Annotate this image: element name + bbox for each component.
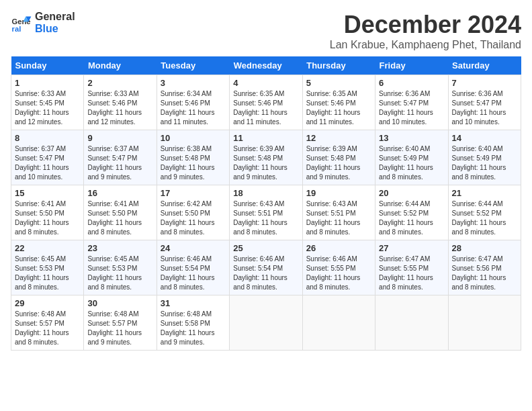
- day-info: Sunrise: 6:40 AM Sunset: 5:49 PM Dayligh…: [379, 144, 444, 182]
- day-number: 16: [87, 188, 152, 198]
- calendar-cell: [375, 295, 448, 351]
- day-info: Sunrise: 6:43 AM Sunset: 5:51 PM Dayligh…: [233, 199, 298, 237]
- day-info: Sunrise: 6:33 AM Sunset: 5:46 PM Dayligh…: [87, 89, 152, 127]
- header-tuesday: Tuesday: [157, 56, 229, 75]
- calendar-cell: 9Sunrise: 6:37 AM Sunset: 5:47 PM Daylig…: [84, 130, 157, 185]
- day-info: Sunrise: 6:38 AM Sunset: 5:48 PM Dayligh…: [161, 144, 226, 182]
- calendar-cell: 13Sunrise: 6:40 AM Sunset: 5:49 PM Dayli…: [375, 130, 448, 185]
- day-number: 26: [306, 243, 371, 253]
- calendar-cell: 19Sunrise: 6:43 AM Sunset: 5:51 PM Dayli…: [302, 185, 375, 240]
- day-number: 19: [306, 188, 371, 198]
- day-number: 11: [233, 133, 298, 143]
- day-number: 2: [87, 78, 152, 88]
- day-number: 15: [15, 188, 80, 198]
- day-number: 27: [379, 243, 444, 253]
- calendar-cell: 29Sunrise: 6:48 AM Sunset: 5:57 PM Dayli…: [11, 295, 84, 351]
- day-number: 23: [87, 243, 152, 253]
- day-info: Sunrise: 6:39 AM Sunset: 5:48 PM Dayligh…: [306, 144, 371, 182]
- logo-text: General Blue: [35, 11, 75, 34]
- logo: Gene ral General Blue: [11, 11, 75, 34]
- day-number: 5: [306, 78, 371, 88]
- day-info: Sunrise: 6:47 AM Sunset: 5:55 PM Dayligh…: [379, 255, 444, 292]
- day-info: Sunrise: 6:35 AM Sunset: 5:46 PM Dayligh…: [306, 89, 371, 127]
- calendar-week-4: 22Sunrise: 6:45 AM Sunset: 5:53 PM Dayli…: [11, 240, 521, 295]
- day-info: Sunrise: 6:46 AM Sunset: 5:55 PM Dayligh…: [306, 255, 371, 292]
- calendar-cell: 8Sunrise: 6:37 AM Sunset: 5:47 PM Daylig…: [11, 130, 84, 185]
- day-number: 17: [161, 188, 226, 198]
- day-info: Sunrise: 6:48 AM Sunset: 5:57 PM Dayligh…: [87, 310, 152, 347]
- calendar-week-1: 1Sunrise: 6:33 AM Sunset: 5:45 PM Daylig…: [11, 75, 521, 130]
- header-thursday: Thursday: [302, 56, 375, 75]
- day-info: Sunrise: 6:39 AM Sunset: 5:48 PM Dayligh…: [233, 144, 298, 182]
- day-number: 4: [233, 78, 298, 88]
- calendar-cell: 3Sunrise: 6:34 AM Sunset: 5:46 PM Daylig…: [157, 75, 229, 130]
- header-wednesday: Wednesday: [230, 56, 302, 75]
- calendar-cell: 4Sunrise: 6:35 AM Sunset: 5:46 PM Daylig…: [230, 75, 302, 130]
- day-number: 28: [452, 243, 517, 253]
- logo-blue: Blue: [35, 23, 75, 35]
- day-number: 10: [161, 133, 226, 143]
- calendar-table: Sunday Monday Tuesday Wednesday Thursday…: [11, 56, 521, 351]
- logo-general: General: [35, 11, 75, 23]
- day-info: Sunrise: 6:41 AM Sunset: 5:50 PM Dayligh…: [87, 199, 152, 237]
- calendar-cell: 23Sunrise: 6:45 AM Sunset: 5:53 PM Dayli…: [84, 240, 157, 295]
- calendar-week-2: 8Sunrise: 6:37 AM Sunset: 5:47 PM Daylig…: [11, 130, 521, 185]
- calendar-cell: 28Sunrise: 6:47 AM Sunset: 5:56 PM Dayli…: [448, 240, 521, 295]
- day-number: 25: [233, 243, 298, 253]
- calendar-week-5: 29Sunrise: 6:48 AM Sunset: 5:57 PM Dayli…: [11, 295, 521, 351]
- day-info: Sunrise: 6:44 AM Sunset: 5:52 PM Dayligh…: [452, 199, 517, 237]
- day-info: Sunrise: 6:43 AM Sunset: 5:51 PM Dayligh…: [306, 199, 371, 237]
- calendar-cell: 5Sunrise: 6:35 AM Sunset: 5:46 PM Daylig…: [302, 75, 375, 130]
- svg-text:ral: ral: [12, 24, 21, 32]
- day-info: Sunrise: 6:36 AM Sunset: 5:47 PM Dayligh…: [452, 89, 517, 127]
- calendar-cell: 27Sunrise: 6:47 AM Sunset: 5:55 PM Dayli…: [375, 240, 448, 295]
- day-number: 12: [306, 133, 371, 143]
- day-info: Sunrise: 6:45 AM Sunset: 5:53 PM Dayligh…: [87, 255, 152, 292]
- day-info: Sunrise: 6:34 AM Sunset: 5:46 PM Dayligh…: [161, 89, 226, 127]
- calendar-cell: 15Sunrise: 6:41 AM Sunset: 5:50 PM Dayli…: [11, 185, 84, 240]
- day-number: 6: [379, 78, 444, 88]
- day-info: Sunrise: 6:37 AM Sunset: 5:47 PM Dayligh…: [87, 144, 152, 182]
- calendar-cell: 16Sunrise: 6:41 AM Sunset: 5:50 PM Dayli…: [84, 185, 157, 240]
- day-info: Sunrise: 6:41 AM Sunset: 5:50 PM Dayligh…: [15, 199, 80, 237]
- header-friday: Friday: [375, 56, 448, 75]
- calendar-cell: [302, 295, 375, 351]
- calendar-cell: [448, 295, 521, 351]
- month-title: December 2024: [330, 11, 521, 39]
- day-info: Sunrise: 6:33 AM Sunset: 5:45 PM Dayligh…: [15, 89, 80, 127]
- day-number: 29: [15, 298, 80, 308]
- page-header: Gene ral General Blue December 2024 Lan …: [11, 11, 521, 51]
- calendar-cell: 18Sunrise: 6:43 AM Sunset: 5:51 PM Dayli…: [230, 185, 302, 240]
- day-number: 13: [379, 133, 444, 143]
- calendar-cell: 26Sunrise: 6:46 AM Sunset: 5:55 PM Dayli…: [302, 240, 375, 295]
- day-number: 21: [452, 188, 517, 198]
- day-number: 20: [379, 188, 444, 198]
- day-number: 22: [15, 243, 80, 253]
- calendar-cell: 22Sunrise: 6:45 AM Sunset: 5:53 PM Dayli…: [11, 240, 84, 295]
- day-info: Sunrise: 6:42 AM Sunset: 5:50 PM Dayligh…: [161, 199, 226, 237]
- day-number: 30: [87, 298, 152, 308]
- day-info: Sunrise: 6:46 AM Sunset: 5:54 PM Dayligh…: [233, 255, 298, 292]
- day-number: 3: [161, 78, 226, 88]
- calendar-week-3: 15Sunrise: 6:41 AM Sunset: 5:50 PM Dayli…: [11, 185, 521, 240]
- day-number: 24: [161, 243, 226, 253]
- day-info: Sunrise: 6:36 AM Sunset: 5:47 PM Dayligh…: [379, 89, 444, 127]
- day-info: Sunrise: 6:45 AM Sunset: 5:53 PM Dayligh…: [15, 255, 80, 292]
- day-info: Sunrise: 6:46 AM Sunset: 5:54 PM Dayligh…: [161, 255, 226, 292]
- calendar-cell: 20Sunrise: 6:44 AM Sunset: 5:52 PM Dayli…: [375, 185, 448, 240]
- calendar-cell: 24Sunrise: 6:46 AM Sunset: 5:54 PM Dayli…: [157, 240, 229, 295]
- calendar-cell: 6Sunrise: 6:36 AM Sunset: 5:47 PM Daylig…: [375, 75, 448, 130]
- header-saturday: Saturday: [448, 56, 521, 75]
- day-number: 9: [87, 133, 152, 143]
- day-number: 7: [452, 78, 517, 88]
- calendar-cell: 25Sunrise: 6:46 AM Sunset: 5:54 PM Dayli…: [230, 240, 302, 295]
- location-title: Lan Krabue, Kamphaeng Phet, Thailand: [330, 39, 521, 51]
- day-info: Sunrise: 6:37 AM Sunset: 5:47 PM Dayligh…: [15, 144, 80, 182]
- day-number: 18: [233, 188, 298, 198]
- day-info: Sunrise: 6:44 AM Sunset: 5:52 PM Dayligh…: [379, 199, 444, 237]
- day-number: 1: [15, 78, 80, 88]
- calendar-cell: 12Sunrise: 6:39 AM Sunset: 5:48 PM Dayli…: [302, 130, 375, 185]
- logo-icon: Gene ral: [11, 12, 32, 34]
- day-info: Sunrise: 6:48 AM Sunset: 5:57 PM Dayligh…: [15, 310, 80, 347]
- title-block: December 2024 Lan Krabue, Kamphaeng Phet…: [330, 11, 521, 51]
